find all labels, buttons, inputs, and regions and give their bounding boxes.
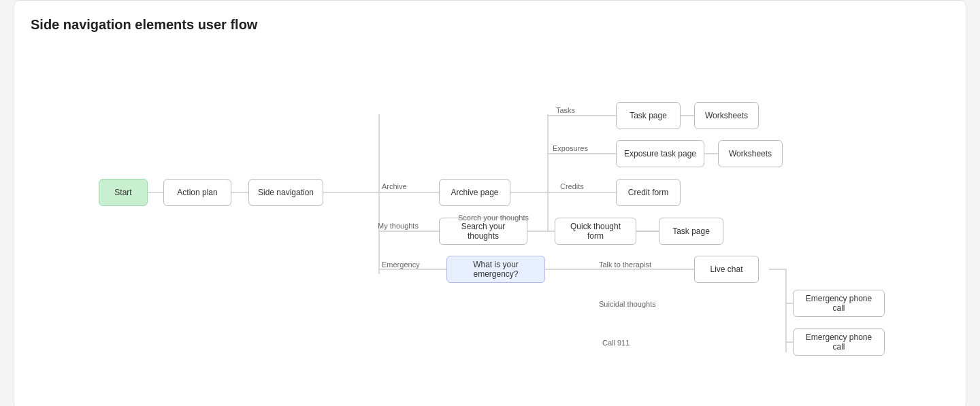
label-credits: Credits: [560, 182, 584, 190]
search-thoughts-node: Search your thoughts: [439, 218, 527, 245]
side-nav-node: Side navigation: [248, 179, 323, 206]
worksheets-1-node: Worksheets: [694, 102, 759, 129]
emergency-call-2-node: Emergency phone call: [793, 328, 885, 356]
label-my-thoughts: My thoughts: [378, 222, 419, 230]
label-suicidal-thoughts: Suicidal thoughts: [599, 300, 656, 308]
quick-thought-node: Quick thought form: [555, 218, 636, 245]
label-talk-therapist: Talk to therapist: [599, 260, 651, 269]
label-archive: Archive: [382, 182, 407, 190]
label-scorch-thoughts: Scorch your thoughts: [458, 214, 529, 222]
task-page-2-node: Task page: [659, 218, 723, 245]
live-chat-node: Live chat: [694, 256, 759, 283]
emergency-node: What is your emergency?: [446, 256, 545, 283]
page-container: Side navigation elements user flow: [14, 0, 966, 406]
flow-area: Start Action plan Side navigation Archiv…: [31, 46, 949, 393]
label-exposures: Exposures: [553, 144, 588, 152]
label-emergency: Emergency: [382, 260, 420, 269]
exposure-task-node: Exposure task page: [616, 140, 704, 167]
action-plan-node: Action plan: [163, 179, 231, 206]
label-tasks: Tasks: [556, 106, 575, 114]
task-page-1-node: Task page: [616, 102, 681, 129]
label-call-911: Call 911: [602, 339, 630, 347]
emergency-call-1-node: Emergency phone call: [793, 290, 885, 317]
page-title: Side navigation elements user flow: [31, 17, 949, 33]
archive-page-node: Archive page: [439, 179, 510, 206]
worksheets-2-node: Worksheets: [718, 140, 783, 167]
credit-form-node: Credit form: [616, 179, 681, 206]
start-node: Start: [99, 179, 148, 206]
